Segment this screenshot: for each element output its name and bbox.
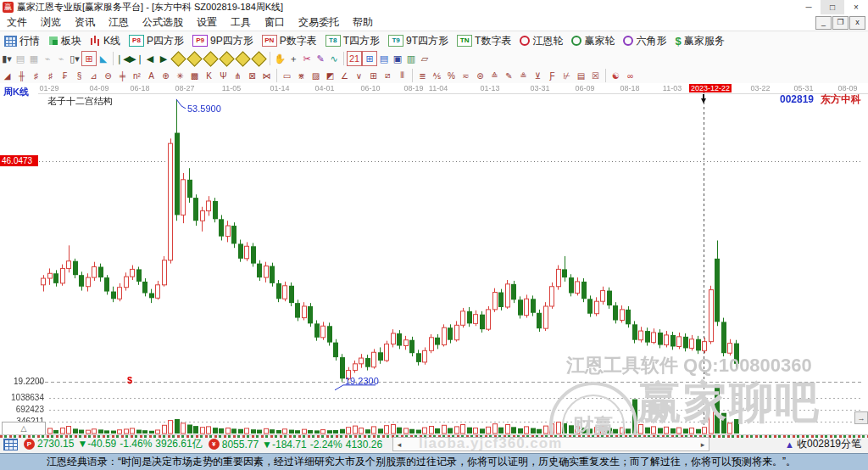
list-tool[interactable]: ≣	[416, 70, 429, 81]
price-flag-tool[interactable]: ₣	[58, 70, 71, 81]
mdi-minimize-button[interactable]: _	[815, 16, 832, 30]
zoom-diamond-out[interactable]	[251, 51, 266, 66]
diag-box-tool[interactable]: ⧄	[381, 70, 394, 81]
menu-item-4[interactable]: 公式选股	[136, 15, 190, 30]
infinity-tool[interactable]: ∞	[624, 70, 637, 81]
panel-toggle-disabled[interactable]: ▦	[27, 52, 41, 65]
zoom-diamond-in[interactable]	[235, 51, 250, 66]
zone-tool[interactable]: ▤	[575, 70, 587, 81]
winner-service-button[interactable]: $赢家服务	[670, 34, 728, 48]
t9-square-button[interactable]: T99T四方形	[384, 34, 453, 48]
spiral-tool[interactable]: §	[73, 70, 86, 81]
gold-ring-tool[interactable]: ⊜	[474, 70, 487, 81]
transfer-tool[interactable]: ▱	[418, 52, 431, 65]
menu-item-9[interactable]: 帮助	[346, 15, 380, 30]
menu-item-1[interactable]: 浏览	[34, 15, 68, 30]
star-tool[interactable]: ✳	[174, 70, 186, 81]
gold-line-tool[interactable]: ≙	[488, 70, 501, 81]
next-bar-button[interactable]: ▶	[157, 52, 170, 65]
table-grid-tool[interactable]: ⊞	[367, 70, 380, 81]
n-square-tool[interactable]: n²	[131, 70, 143, 81]
winner-wheel-button[interactable]: 赢家轮	[567, 34, 619, 48]
scroll-right-button[interactable]: ▸	[697, 439, 709, 450]
calculator-tool[interactable]: ⊞	[362, 51, 377, 66]
shade-tool[interactable]: ◩	[324, 70, 337, 81]
avg-tool[interactable]: ≗	[517, 70, 530, 81]
zoom-diamond-v[interactable]	[219, 51, 234, 66]
chart-small-disabled[interactable]: ⌁	[41, 52, 54, 65]
percent-tool[interactable]: %	[445, 70, 458, 81]
sh-index-quote[interactable]: 2730.15▼-40.59-1.46%3926.61亿	[37, 437, 206, 451]
gann-box2-tool[interactable]: ♯	[44, 70, 57, 81]
grid-box-tool[interactable]: ⊠	[246, 70, 259, 81]
zoom-diamond-h[interactable]	[203, 51, 218, 66]
t-square-button[interactable]: T8T四方形	[321, 34, 384, 48]
tick-list-label[interactable]: 收002819分笔	[797, 437, 861, 451]
circle-tool[interactable]: ⊖	[102, 70, 114, 81]
angle2-tool[interactable]: ∠	[338, 70, 351, 81]
bars-count-tool[interactable]: ╪	[116, 70, 129, 81]
gann-grid-tool[interactable]: ╫	[15, 70, 28, 81]
mark-box-tool[interactable]: ☒	[589, 70, 602, 81]
kline-button[interactable]: K线	[86, 34, 125, 48]
menu-item-3[interactable]: 江恩	[102, 15, 136, 30]
box-fill-tool[interactable]: ▩	[188, 70, 201, 81]
trend2-tool[interactable]: ⊬	[560, 70, 573, 81]
percent-care-tool[interactable]: ⅍	[431, 70, 443, 81]
menu-item-7[interactable]: 窗口	[258, 15, 292, 30]
gann-box-tool[interactable]: ♯	[30, 70, 42, 81]
gann-wheel-button[interactable]: 江恩轮	[515, 34, 567, 48]
kline-style-boxed[interactable]: ⊞	[81, 51, 97, 66]
period-dropdown[interactable]: ▮▾	[0, 52, 14, 65]
p9-square-button[interactable]: P99P四方形	[188, 34, 258, 48]
last-page-button[interactable]: ▶❘	[130, 52, 143, 65]
expand-tool[interactable]: ⋈	[260, 70, 273, 81]
prev-bar-button[interactable]: ◀	[143, 52, 157, 65]
wave-tool[interactable]: ∿	[327, 52, 341, 65]
first-page-button[interactable]: ❘◀	[116, 52, 130, 65]
mdi-restore-button[interactable]: ❐	[832, 16, 849, 30]
menu-item-5[interactable]: 设置	[190, 15, 224, 30]
v-line-tool[interactable]: ⊻	[531, 70, 544, 81]
mdi-close-button[interactable]: x	[849, 16, 865, 30]
maximize-button[interactable]: □	[821, 0, 844, 14]
zoom-diamond-left[interactable]	[170, 51, 186, 66]
p-number-table-button[interactable]: PNP数字表	[258, 34, 321, 48]
ray-fan-tool[interactable]: ⋇	[295, 70, 308, 81]
p-square-button[interactable]: P8P四方形	[125, 34, 188, 48]
scale-dropdown[interactable]: ▯▾	[68, 52, 81, 65]
triple-line-tool[interactable]: ⫴	[396, 70, 409, 81]
crosshair-tool[interactable]: ＋	[287, 52, 300, 65]
save-tool[interactable]: ▣	[391, 52, 404, 65]
info-toggle-disabled[interactable]: ▤	[14, 52, 27, 65]
check-tool[interactable]: ∨	[353, 70, 365, 81]
pen-mark-tool[interactable]: ✎	[503, 70, 515, 81]
measure-tool[interactable]: ✂	[300, 52, 314, 65]
export-tool[interactable]: ▥	[404, 52, 418, 65]
scroll-left-button[interactable]: ◂	[393, 439, 405, 450]
menu-item-2[interactable]: 资讯	[68, 15, 102, 30]
zoom-diamond-right[interactable]	[186, 51, 202, 66]
quote-grid-icon[interactable]	[3, 439, 18, 450]
hexagon-button[interactable]: 六角形	[619, 34, 670, 48]
yinyang-tool[interactable]: ☯	[609, 70, 622, 81]
hatch-tool[interactable]: ▨	[309, 70, 322, 81]
minimize-button[interactable]: ─	[797, 0, 821, 14]
f-tool[interactable]: Ƒ	[546, 70, 559, 81]
fan-tool[interactable]: ⋔	[231, 70, 244, 81]
sz-index-quote[interactable]: 8055.77▼-184.71-2.24%4130.26	[222, 439, 386, 450]
volume-pane-collapse-button[interactable]: △	[2, 422, 46, 434]
angle-tool[interactable]: A	[145, 70, 158, 81]
market-quotes-button[interactable]: 行情	[0, 34, 44, 48]
chart-small2-disabled[interactable]: ⌁	[54, 52, 68, 65]
hand-tool[interactable]: ✋	[273, 52, 287, 65]
target-tool[interactable]: ⊕	[159, 70, 172, 81]
chart-scrollbar[interactable]: ◂ liaoba.yjcf360.com ▸	[392, 437, 709, 451]
channel-tool[interactable]: ▭	[281, 70, 293, 81]
draw-trend-tool[interactable]: ◢	[1, 70, 14, 81]
ruler-tool[interactable]: ⊿	[87, 70, 100, 81]
pct-line-tool[interactable]: ≂	[459, 70, 472, 81]
indicator-flag[interactable]: ◣	[97, 52, 110, 65]
menu-item-6[interactable]: 工具	[224, 15, 258, 30]
sector-button[interactable]: 板块	[44, 34, 86, 48]
